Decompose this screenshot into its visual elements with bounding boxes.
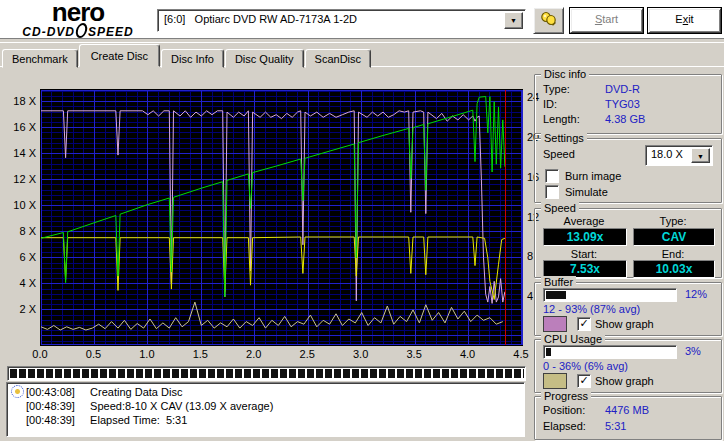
buffer-color-swatch xyxy=(543,316,567,332)
speed-group: Speed Average Type: 13.09x CAV Start: En… xyxy=(534,208,722,278)
speed-group-title: Speed xyxy=(541,202,579,214)
tab-bar: BenchmarkCreate DiscDisc InfoDisc Qualit… xyxy=(2,44,372,67)
start-button[interactable]: Start xyxy=(569,7,644,34)
disc-status-icon xyxy=(11,385,24,398)
burn-image-checkbox[interactable] xyxy=(545,169,559,183)
cpu-color-swatch xyxy=(543,373,567,389)
elapsed-label: Elapsed: xyxy=(543,420,586,432)
options-button[interactable] xyxy=(533,7,564,34)
disc-info-title: Disc info xyxy=(541,68,589,80)
tab-scandisc[interactable]: ScanDisc xyxy=(305,49,371,68)
position-progressbar xyxy=(7,366,526,381)
speed-type-value: CAV xyxy=(633,228,715,246)
x-tick-label: 4.5 xyxy=(508,348,534,360)
cpu-range: 0 - 36% (6% avg) xyxy=(543,360,628,372)
keys-icon xyxy=(539,11,559,28)
speed-end-value: 10.03x xyxy=(633,260,715,278)
buffer-percent: 12% xyxy=(685,288,707,300)
cpu-percent: 3% xyxy=(685,345,701,357)
simulate-label: Simulate xyxy=(565,186,608,198)
disc-length-label: Length: xyxy=(543,113,580,125)
log-text: Speed:8-10 X CAV (13.09 X average) xyxy=(84,400,273,412)
drive-select-combobox[interactable]: [6:0] Optiarc DVD RW AD-7173A 1-2D ▼ xyxy=(157,9,526,32)
x-tick-label: 4.0 xyxy=(455,348,481,360)
elapsed-value: 5:31 xyxy=(605,420,626,432)
disc-info-group: Disc info Type: DVD-R ID: TYG03 Length: … xyxy=(534,74,722,134)
log-text: Creating Data Disc xyxy=(84,386,182,398)
settings-title: Settings xyxy=(541,132,587,144)
chart-plot-region xyxy=(40,89,523,346)
buffer-bar-fill xyxy=(546,291,566,299)
x-tick-label: 1.0 xyxy=(134,348,160,360)
cpu-usage-group: CPU Usage 3% 0 - 36% (6% avg) ✓ Show gra… xyxy=(534,339,722,393)
position-value: 4476 MB xyxy=(605,404,649,416)
settings-group: Settings Speed 18.0 X ▼ Burn image Simul… xyxy=(534,138,722,203)
drive-select-dropdown-arrow[interactable]: ▼ xyxy=(504,12,523,29)
disc-length-value: 4.38 GB xyxy=(605,113,645,125)
x-tick-label: 3.0 xyxy=(348,348,374,360)
cpu-bar xyxy=(543,345,677,359)
position-progressbar-fill xyxy=(10,369,524,378)
log-line: [00:48:39] Elapsed Time: 5:31 xyxy=(11,413,520,427)
buffer-show-graph-checkbox[interactable]: ✓ xyxy=(577,317,591,331)
tab-create-disc[interactable]: Create Disc xyxy=(79,44,160,67)
x-tick-label: 1.5 xyxy=(187,348,213,360)
cpu-bar-fill xyxy=(546,348,551,356)
log-timestamp: [00:48:39] xyxy=(26,399,84,413)
speed-select-dropdown-arrow[interactable]: ▼ xyxy=(691,148,710,163)
speed-select-value: 18.0 X xyxy=(651,148,683,160)
tab-disc-quality[interactable]: Disc Quality xyxy=(225,49,304,68)
burn-image-label: Burn image xyxy=(565,170,621,182)
progress-group: Progress Position: 4476 MB Elapsed: 5:31 xyxy=(534,396,722,440)
logo-nero-text: nero xyxy=(8,1,148,23)
logo-cdvdspeed-text: CD-DVDSPEED xyxy=(8,23,148,38)
speed-end-label: End: xyxy=(633,248,713,260)
x-tick-label: 3.5 xyxy=(401,348,427,360)
log-text: Elapsed Time: 5:31 xyxy=(84,414,187,426)
position-label: Position: xyxy=(543,404,585,416)
exit-button[interactable]: Exit xyxy=(647,7,722,34)
speed-setting-label: Speed xyxy=(543,148,575,160)
disc-type-label: Type: xyxy=(543,83,570,95)
disc-id-label: ID: xyxy=(543,98,557,110)
log-timestamp: [00:48:39] xyxy=(26,413,84,427)
cpu-show-graph-label: Show graph xyxy=(595,375,654,387)
speed-select-combobox[interactable]: 18.0 X ▼ xyxy=(645,145,713,166)
tab-benchmark[interactable]: Benchmark xyxy=(2,49,78,68)
cpu-show-graph-checkbox[interactable]: ✓ xyxy=(577,374,591,388)
drive-select-value: [6:0] Optiarc DVD RW AD-7173A 1-2D xyxy=(164,13,357,25)
x-tick-label: 0.0 xyxy=(27,348,53,360)
header-bar: nero CD-DVDSPEED [6:0] Optiarc DVD RW AD… xyxy=(0,0,724,38)
buffer-range: 12 - 93% (87% avg) xyxy=(543,303,640,315)
buffer-show-graph-label: Show graph xyxy=(595,318,654,330)
header-divider xyxy=(0,38,724,43)
x-tick-label: 2.0 xyxy=(241,348,267,360)
disc-id-value: TYG03 xyxy=(605,98,640,110)
progress-title: Progress xyxy=(541,390,591,402)
speed-average-label: Average xyxy=(543,215,625,227)
simulate-checkbox[interactable] xyxy=(545,185,559,199)
nero-logo: nero CD-DVDSPEED xyxy=(8,1,148,38)
speed-average-value: 13.09x xyxy=(543,228,627,246)
buffer-group: Buffer 12% 12 - 93% (87% avg) ✓ Show gra… xyxy=(534,282,722,336)
buffer-title: Buffer xyxy=(541,276,576,288)
disc-glyph-icon xyxy=(74,23,88,38)
x-tick-label: 2.5 xyxy=(294,348,320,360)
log-line: [00:48:39] Speed:8-10 X CAV (13.09 X ave… xyxy=(11,399,520,413)
cpu-usage-title: CPU Usage xyxy=(541,333,605,345)
speed-start-label: Start: xyxy=(543,248,625,260)
log-line: [00:43:08] Creating Data Disc xyxy=(11,385,520,399)
disc-type-value: DVD-R xyxy=(605,83,640,95)
log-timestamp: [00:43:08] xyxy=(26,385,84,399)
buffer-bar xyxy=(543,288,677,302)
speed-type-label: Type: xyxy=(633,215,713,227)
x-tick-label: 0.5 xyxy=(80,348,106,360)
tab-disc-info[interactable]: Disc Info xyxy=(161,49,224,68)
status-log: [00:43:08] Creating Data Disc[00:48:39] … xyxy=(6,382,525,437)
